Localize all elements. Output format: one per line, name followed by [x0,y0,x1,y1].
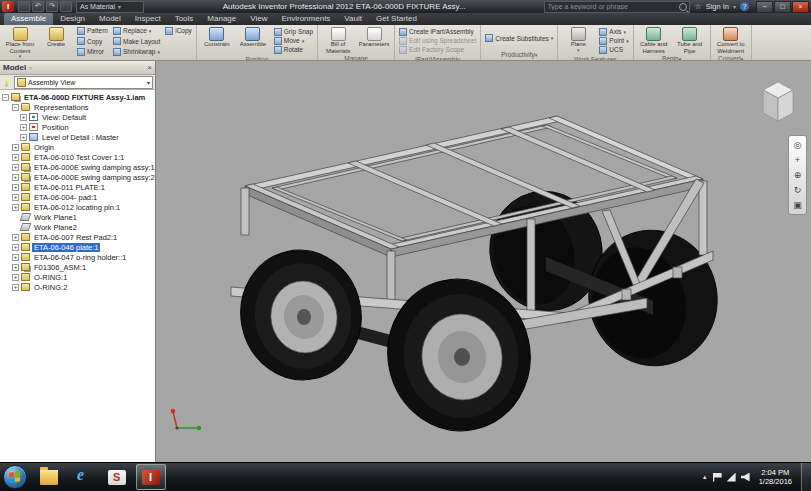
expand-icon[interactable]: + [12,164,19,171]
ribbon-small-button[interactable]: Pattern ▾ [76,26,109,35]
taskbar-app-button[interactable] [68,464,98,490]
tree-item[interactable]: + ETA-06-012 locating pin:1 [0,202,155,212]
tree-item[interactable]: + View: Default [0,112,155,122]
help-button[interactable]: ? [740,2,749,11]
undo-icon[interactable]: ↶ [32,1,44,12]
tree-item[interactable]: + ETA-06-004- pad:1 [0,192,155,202]
ribbon-small-button[interactable]: Shrinkwrap ▾ [112,47,161,56]
expand-icon[interactable]: + [12,174,19,181]
expand-icon[interactable]: − [12,104,19,111]
filter-icon[interactable] [2,78,11,87]
material-dropdown[interactable]: As Material ▾ [76,1,144,13]
ribbon-tab[interactable]: Inspect [128,13,168,25]
expand-icon[interactable] [12,214,19,221]
ribbon-tab[interactable]: Environments [274,13,337,25]
search-input[interactable] [547,2,677,11]
ribbon-small-button[interactable]: Move ▾ [273,36,314,45]
start-button[interactable] [0,465,30,489]
chevron-down-icon[interactable]: ▾ [733,3,736,10]
look-at-icon[interactable]: ▣ [791,199,804,211]
ribbon-tab[interactable]: Tools [168,13,201,25]
tree-item[interactable]: Work Plane2 [0,222,155,232]
tree-item[interactable]: − Representations [0,102,155,112]
ribbon-small-button[interactable]: Create iPart/Assembly ▾ [398,27,477,36]
tree-item[interactable]: + ETA-06-007 Rest Pad2:1 [0,232,155,242]
ribbon-tab[interactable]: View [243,13,274,25]
restore-button[interactable]: □ [774,1,791,13]
expand-icon[interactable]: + [12,284,19,291]
tree-root-item[interactable]: − ETA-06-000D FIXTURE Assy-1.iam [0,92,155,102]
ribbon-big-button[interactable]: Parameters ▾ [357,26,391,54]
expand-icon[interactable]: + [20,124,27,131]
ribbon-small-button[interactable]: Copy ▾ [76,37,109,46]
group-label[interactable]: Productivity▾ [481,51,557,60]
ribbon-big-button[interactable]: Assemble ▾ [236,26,270,55]
tree-item[interactable]: + Position [0,122,155,132]
expand-icon[interactable]: − [2,94,9,101]
sign-in-button[interactable]: Sign In [706,2,729,11]
favorites-icon[interactable]: ☆ [694,2,701,11]
expand-icon[interactable]: + [12,144,19,151]
tree-item[interactable]: + ETA-06-047 o-ring holder::1 [0,252,155,262]
orbit-icon[interactable]: ↻ [791,184,804,196]
ribbon-tab[interactable]: Assemble [4,13,53,25]
show-hidden-icons-button[interactable]: ▲ [702,474,708,480]
expand-icon[interactable]: + [12,244,19,251]
application-menu-button[interactable]: I [2,1,14,12]
taskbar-app-button[interactable] [102,464,132,490]
close-button[interactable]: × [792,1,809,13]
ribbon-small-button[interactable]: Create Substitutes ▾ [484,34,554,43]
show-desktop-button[interactable] [801,463,811,491]
chevron-down-icon[interactable]: ▾ [29,64,32,71]
minimize-button[interactable]: − [756,1,773,13]
tree-item[interactable]: + ETA-06-000E swing damping assy:1 [0,162,155,172]
expand-icon[interactable]: + [12,274,19,281]
tree-item[interactable]: + ETA-06-000E swing damping assy:2 [0,172,155,182]
ribbon-small-button[interactable]: iCopy ▾ [164,26,193,35]
network-icon[interactable] [727,473,736,482]
viewport-3d[interactable]: ◎ + ⊕ ↻ ▣ [157,61,811,462]
browser-view-dropdown[interactable]: Assembly View ▾ [14,76,153,89]
ribbon-small-button[interactable]: Edit Factory Scope ▾ [398,45,477,54]
expand-icon[interactable]: + [20,114,27,121]
tree-item[interactable]: + F01306_ASM:1 [0,262,155,272]
pan-icon[interactable]: + [791,154,804,166]
ribbon-big-button[interactable]: Cable and Harness ▾ [637,26,671,54]
tree-item[interactable]: + Level of Detail : Master [0,132,155,142]
tree-item[interactable]: + ETA-06-046 plate:1 [0,242,155,252]
expand-icon[interactable]: + [12,184,19,191]
expand-icon[interactable]: + [12,234,19,241]
tree-item[interactable]: + Origin [0,142,155,152]
ribbon-big-button[interactable]: Place from Content Center ▾ [3,26,37,58]
tree-item[interactable]: + ETA-06-011 PLATE:1 [0,182,155,192]
expand-icon[interactable]: + [12,204,19,211]
navigation-bar[interactable]: ◎ + ⊕ ↻ ▣ [788,135,807,215]
ribbon-big-button[interactable]: Create ▾ [39,26,73,58]
taskbar-app-button[interactable] [136,464,166,490]
print-icon[interactable] [60,1,72,12]
expand-icon[interactable]: + [12,264,19,271]
ribbon-tab[interactable]: Design [53,13,92,25]
save-icon[interactable] [18,1,30,12]
expand-icon[interactable]: + [12,194,19,201]
search-icon[interactable] [679,3,687,11]
action-center-icon[interactable] [713,473,722,482]
viewcube[interactable] [755,77,801,127]
ribbon-big-button[interactable]: Constrain ▾ [200,26,234,55]
tree-item[interactable]: + O-RING:2 [0,282,155,292]
panel-close-icon[interactable]: × [147,63,152,73]
ribbon-small-button[interactable]: UCS ▾ [598,45,629,54]
expand-icon[interactable]: + [12,254,19,261]
ribbon-small-button[interactable]: Mirror ▾ [76,47,109,56]
tree-item[interactable]: Work Plane1 [0,212,155,222]
redo-icon[interactable]: ↷ [46,1,58,12]
help-search-box[interactable] [544,1,690,13]
ribbon-tab[interactable]: Vault [337,13,369,25]
taskbar-app-button[interactable] [34,464,64,490]
ribbon-big-button[interactable]: Bill of Materials ▾ [321,26,355,54]
ribbon-small-button[interactable]: Grip Snap ▾ [273,27,314,36]
ribbon-small-button[interactable]: Rotate ▾ [273,45,314,54]
ribbon-small-button[interactable]: Edit using Spreadsheet ▾ [398,36,477,45]
ribbon-tab[interactable]: Manage [200,13,243,25]
tree-item[interactable]: + O-RING:1 [0,272,155,282]
